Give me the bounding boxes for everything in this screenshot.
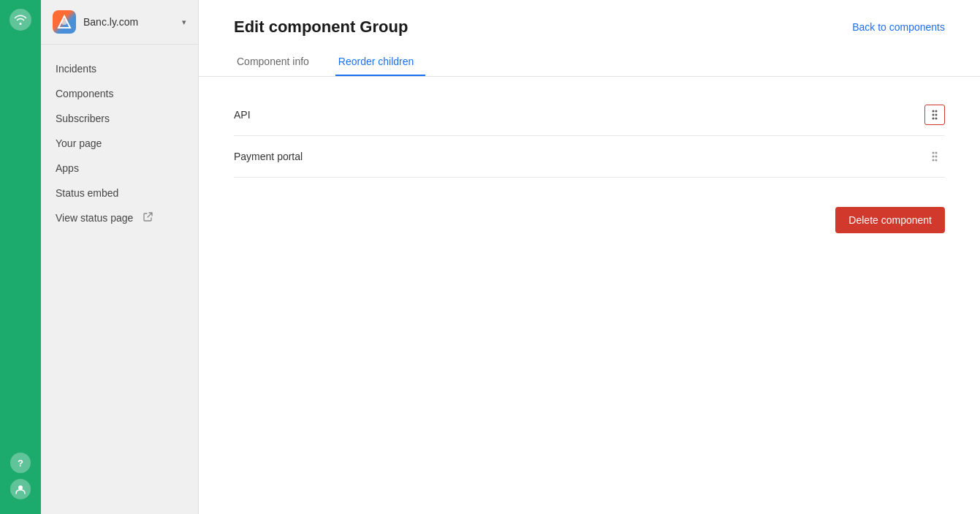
- your-page-label: Your page: [56, 137, 102, 149]
- brand-logo: [53, 10, 76, 34]
- wifi-icon: [10, 9, 31, 31]
- brand-chevron-icon: ▾: [182, 18, 186, 27]
- sidebar: Banc.ly.com ▾ Incidents Components Subsc…: [41, 0, 199, 514]
- external-link-icon: [143, 212, 153, 224]
- sidebar-item-incidents[interactable]: Incidents: [41, 56, 198, 81]
- back-to-components-link[interactable]: Back to components: [852, 21, 945, 33]
- svg-point-3: [932, 110, 935, 113]
- sidebar-item-view-status-page[interactable]: View status page: [41, 205, 198, 230]
- tab-reorder-children[interactable]: Reorder children: [335, 50, 426, 76]
- tab-content: API Payment portal: [199, 77, 980, 514]
- brand-name: Banc.ly.com: [83, 16, 138, 28]
- svg-point-13: [932, 159, 935, 162]
- svg-point-2: [61, 19, 67, 25]
- component-name-api: API: [234, 109, 251, 121]
- main-content: Edit component Group Back to components …: [199, 0, 980, 514]
- svg-point-6: [935, 114, 938, 116]
- svg-point-12: [935, 156, 938, 158]
- svg-point-9: [932, 152, 935, 154]
- component-row-api: API: [234, 94, 945, 136]
- svg-point-8: [935, 118, 938, 120]
- components-label: Components: [56, 88, 113, 99]
- delete-component-button[interactable]: Delete component: [835, 207, 945, 233]
- sidebar-item-subscribers[interactable]: Subscribers: [41, 106, 198, 131]
- svg-point-10: [935, 152, 938, 154]
- page-header: Edit component Group Back to components: [199, 0, 980, 37]
- sidebar-item-status-embed[interactable]: Status embed: [41, 181, 198, 205]
- apps-label: Apps: [56, 162, 79, 174]
- component-name-payment-portal: Payment portal: [234, 151, 303, 162]
- sidebar-item-your-page[interactable]: Your page: [41, 131, 198, 156]
- page-title: Edit component Group: [234, 18, 408, 37]
- app-bar: ?: [0, 0, 41, 514]
- actions-area: Delete component: [234, 178, 945, 233]
- svg-point-4: [935, 110, 938, 113]
- svg-point-14: [935, 159, 938, 162]
- svg-point-11: [932, 156, 935, 158]
- incidents-label: Incidents: [56, 63, 96, 75]
- subscribers-label: Subscribers: [56, 113, 110, 124]
- svg-point-5: [932, 114, 935, 116]
- component-row-payment-portal: Payment portal: [234, 136, 945, 178]
- sidebar-item-components[interactable]: Components: [41, 81, 198, 106]
- drag-handle-api[interactable]: [924, 105, 945, 125]
- sidebar-item-apps[interactable]: Apps: [41, 156, 198, 181]
- help-icon[interactable]: ?: [10, 453, 31, 473]
- view-status-page-label: View status page: [56, 212, 133, 224]
- svg-point-7: [932, 118, 935, 120]
- svg-point-0: [18, 485, 23, 490]
- sidebar-nav: Incidents Components Subscribers Your pa…: [41, 45, 198, 242]
- drag-handle-payment-portal[interactable]: [924, 146, 945, 167]
- user-avatar[interactable]: [10, 479, 31, 499]
- status-embed-label: Status embed: [56, 187, 118, 199]
- tab-component-info[interactable]: Component info: [234, 50, 321, 76]
- sidebar-brand[interactable]: Banc.ly.com ▾: [41, 0, 198, 45]
- tabs-bar: Component info Reorder children: [199, 50, 980, 77]
